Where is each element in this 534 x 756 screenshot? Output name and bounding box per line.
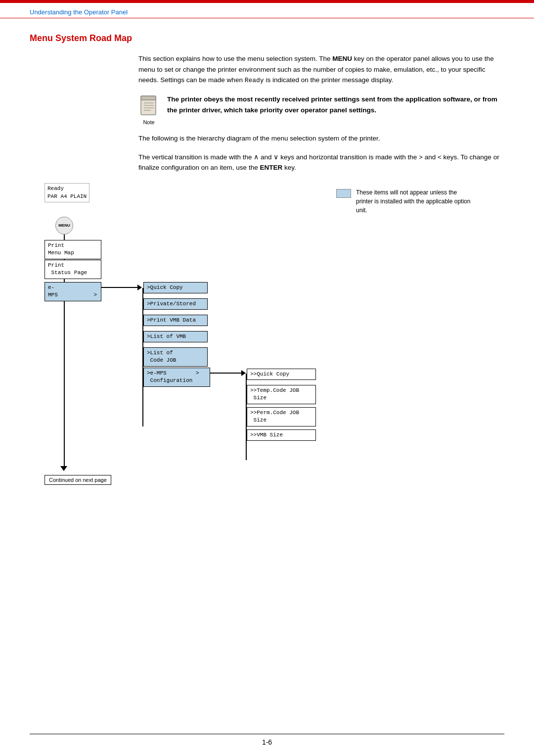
print-status-page: Print Status Page bbox=[44, 260, 101, 279]
vmb-size: >>VMB Size bbox=[247, 429, 316, 441]
print-menu-map: PrintMenu Map bbox=[44, 240, 101, 259]
paragraph-1: This section explains how to use the men… bbox=[138, 53, 504, 86]
enter-bold: ENTER bbox=[260, 164, 282, 171]
page-title: Menu System Road Map bbox=[30, 33, 504, 44]
continued-next-page: Continued on next page bbox=[44, 475, 111, 485]
main-content: Menu System Road Map This section explai… bbox=[0, 18, 534, 549]
header-section: Understanding the Operator Panel bbox=[0, 3, 534, 18]
quick-copy: >Quick Copy bbox=[143, 282, 208, 293]
print-vmb-data: >Print VMB Data bbox=[143, 315, 208, 326]
page-footer: 1-6 bbox=[30, 734, 504, 746]
ready-display: ReadyPAR A4 PLAIN bbox=[44, 183, 89, 202]
note-text-bold: The printer obeys the most recently rece… bbox=[167, 95, 497, 114]
menu-bold-1: MENU bbox=[332, 55, 352, 62]
note-section: Note The printer obeys the most recently… bbox=[138, 94, 504, 125]
quick-copy-2: >>Quick Copy bbox=[247, 369, 316, 380]
e-mps-box: e-MPS > bbox=[44, 282, 101, 301]
legend-rect bbox=[336, 189, 351, 198]
temp-code-job-size: >>Temp.Code JOB Size bbox=[247, 385, 316, 404]
arrow-right-config bbox=[241, 370, 246, 376]
list-of-code-job: >List of Code JOB bbox=[143, 347, 208, 367]
private-stored: >Private/Stored bbox=[143, 298, 208, 310]
svg-rect-1 bbox=[141, 96, 156, 100]
menu-label: MENU bbox=[58, 223, 70, 228]
main-arrow-down bbox=[60, 466, 67, 471]
note-icon-area: Note bbox=[138, 94, 159, 125]
note-label: Note bbox=[138, 119, 159, 125]
paragraph-3: The vertical transition is made with the… bbox=[138, 152, 504, 173]
e-mps-config: >e-MPS > Configuration bbox=[143, 368, 210, 387]
perm-code-job-size: >>Perm.Code JOB Size bbox=[247, 407, 316, 426]
diagram-area: These items will not appear unless the p… bbox=[30, 183, 504, 520]
ready-line1: ReadyPAR A4 PLAIN bbox=[47, 186, 87, 200]
menu-button: MENU bbox=[55, 217, 73, 235]
h-line-config bbox=[210, 373, 245, 374]
note-icon bbox=[138, 94, 159, 118]
page-number: 1-6 bbox=[262, 738, 272, 746]
legend-box: These items will not appear unless the p… bbox=[336, 188, 475, 215]
paragraph-2: The following is the hierarchy diagram o… bbox=[138, 133, 504, 144]
ready-code: Ready bbox=[245, 77, 264, 84]
arrow-right-emps bbox=[137, 284, 142, 290]
h-line-emps bbox=[101, 287, 141, 288]
breadcrumb: Understanding the Operator Panel bbox=[30, 8, 128, 16]
note-body: The printer obeys the most recently rece… bbox=[167, 94, 504, 115]
legend-text: These items will not appear unless the p… bbox=[356, 188, 475, 215]
list-of-vmb: >List of VMB bbox=[143, 331, 208, 342]
